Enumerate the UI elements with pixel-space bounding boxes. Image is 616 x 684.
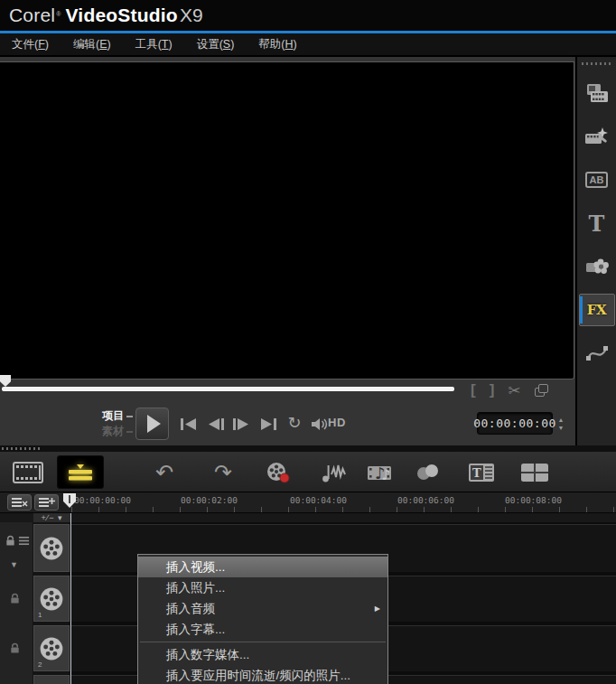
collapse-rail-icon[interactable]: ▼: [10, 560, 18, 569]
menu-item-insert-digital-media[interactable]: 插入数字媒体...: [138, 644, 387, 665]
logo-version: X9: [180, 5, 203, 26]
timeline-view-button[interactable]: [57, 455, 104, 489]
menu-file[interactable]: 文件(F): [12, 37, 49, 52]
go-to-start-icon: [181, 418, 197, 430]
panel-drag-handle[interactable]: [582, 62, 611, 65]
add-track-button[interactable]: [34, 494, 59, 511]
timeline-toolbar: ↶ ↷ ♪♪ T: [0, 452, 616, 492]
play-button[interactable]: [135, 408, 169, 440]
overlay1-lock-button[interactable]: [9, 593, 21, 604]
subtitle-editor-button[interactable]: T: [462, 455, 501, 489]
menu-edit[interactable]: 编辑(E): [73, 37, 111, 52]
auto-music-button[interactable]: ♪♪: [361, 455, 401, 489]
lock-icon: [9, 593, 21, 604]
spinner-up-icon[interactable]: ▲: [558, 416, 565, 424]
scrubber-handle[interactable]: [0, 375, 11, 387]
redo-button[interactable]: ↷: [203, 455, 243, 489]
title-category-button[interactable]: T: [580, 201, 614, 245]
ruler-label-2: 00:00:04:00: [290, 495, 347, 505]
go-to-start-button[interactable]: [177, 415, 201, 433]
ruler-label-3: 00:00:06:00: [397, 495, 454, 505]
video-track-options[interactable]: [5, 535, 30, 547]
film-reel-icon: [39, 586, 64, 612]
scrubber-bar[interactable]: [2, 387, 454, 391]
mark-out-button[interactable]: ]: [490, 381, 495, 399]
motion-tracking-button[interactable]: [408, 455, 448, 489]
storyboard-view-icon: [13, 462, 43, 483]
menu-item-insert-photo[interactable]: 插入照片...: [138, 577, 387, 598]
overlay-track-2-header[interactable]: 2: [33, 625, 70, 671]
splitter-drag-handle[interactable]: [2, 447, 40, 450]
hd-toggle[interactable]: HD: [328, 416, 346, 429]
menubar: 文件(F) 编辑(E) 工具(T) 设置(S) 帮助(H): [0, 33, 616, 57]
previous-frame-button[interactable]: [204, 415, 228, 433]
next-frame-button[interactable]: [229, 415, 253, 433]
go-to-end-button[interactable]: [257, 415, 280, 433]
track-number: 2: [38, 661, 42, 669]
speaker-icon: [311, 417, 328, 431]
track-motion-category-button[interactable]: [580, 332, 614, 375]
panel-splitter[interactable]: [0, 445, 616, 452]
storyboard-view-button[interactable]: [8, 455, 48, 489]
track-manager-button[interactable]: [7, 494, 32, 511]
app-window: Corel®VideoStudioX9 文件(F) 编辑(E) 工具(T) 设置…: [0, 0, 616, 684]
previous-frame-icon: [208, 418, 224, 430]
menu-item-insert-timelapse-photo[interactable]: 插入要应用时间流逝/频闪的照片...: [138, 665, 387, 684]
sound-mixer-button[interactable]: [314, 455, 354, 489]
spinner-down-icon[interactable]: ▼: [558, 424, 565, 432]
overlay2-lock-button[interactable]: [9, 642, 21, 654]
preview-monitor: [0, 61, 574, 379]
split-clip-icon[interactable]: ✂: [508, 381, 520, 400]
menu-separator: [140, 642, 386, 642]
lock-icon: [9, 642, 21, 654]
overlay-track-1-header[interactable]: 1: [33, 576, 70, 622]
undo-icon: ↶: [155, 460, 173, 485]
overlay-track-3-header[interactable]: [33, 675, 70, 684]
insert-context-menu: 插入视频... 插入照片... 插入音频▶ 插入字幕... 插入数字媒体... …: [137, 554, 388, 684]
filter-category-button[interactable]: FX: [579, 294, 615, 326]
record-capture-button[interactable]: [258, 455, 298, 489]
timecode-spinner[interactable]: ▲ ▼: [555, 412, 567, 435]
instant-project-icon: [584, 126, 610, 147]
mark-in-button[interactable]: [: [471, 381, 476, 399]
transition-icon: AB: [585, 172, 609, 188]
timecode-display[interactable]: 00:00:00:00: [477, 412, 553, 435]
playhead-line[interactable]: [70, 513, 71, 684]
logo-corel: Corel: [9, 5, 55, 26]
project-mode[interactable]: 项目: [95, 408, 133, 424]
play-icon: [147, 415, 161, 433]
menu-item-insert-video[interactable]: 插入视频...: [138, 557, 387, 577]
ruler-ticks: [71, 507, 616, 512]
undo-button[interactable]: ↶: [145, 455, 184, 489]
repeat-button[interactable]: ↻: [283, 415, 306, 433]
media-category-button[interactable]: [580, 71, 614, 115]
clip-label: 素材: [102, 424, 124, 439]
timeline-ruler[interactable]: 00:00:00:00 00:00:02:00 00:00:04:00 00:0…: [0, 492, 616, 513]
menu-item-insert-subtitle[interactable]: 插入字幕...: [138, 619, 387, 640]
ruler-label-0: 00:00:00:00: [74, 495, 131, 505]
track-headers: 1 2: [33, 522, 70, 684]
add-track-icon: [38, 497, 55, 508]
submenu-arrow-icon: ▶: [375, 598, 380, 619]
menu-item-insert-audio[interactable]: 插入音频▶: [138, 598, 387, 619]
playhead-flag[interactable]: [63, 493, 76, 508]
go-to-end-icon: [260, 418, 276, 430]
track-number: 1: [38, 611, 42, 619]
library-navigation-panel: AB T FX: [575, 57, 616, 445]
multicam-editor-button[interactable]: [515, 455, 555, 489]
library-categories: AB T FX: [577, 71, 616, 375]
title-icon: T: [589, 211, 605, 237]
ruler-label-1: 00:00:02:00: [181, 495, 238, 505]
clip-mode[interactable]: 素材: [95, 424, 133, 439]
menu-tools[interactable]: 工具(T): [135, 37, 173, 52]
subtitle-editor-icon: T: [468, 463, 495, 483]
menu-help[interactable]: 帮助(H): [258, 37, 296, 52]
menu-settings[interactable]: 设置(S): [197, 37, 235, 52]
video-track-header[interactable]: [33, 524, 70, 572]
enlarge-preview-icon[interactable]: [535, 384, 548, 397]
track-list-icon: [18, 535, 30, 547]
film-reel-icon: [39, 536, 64, 561]
graphic-category-button[interactable]: [580, 245, 614, 288]
transition-category-button[interactable]: AB: [580, 158, 614, 201]
instant-project-category-button[interactable]: [580, 115, 614, 158]
